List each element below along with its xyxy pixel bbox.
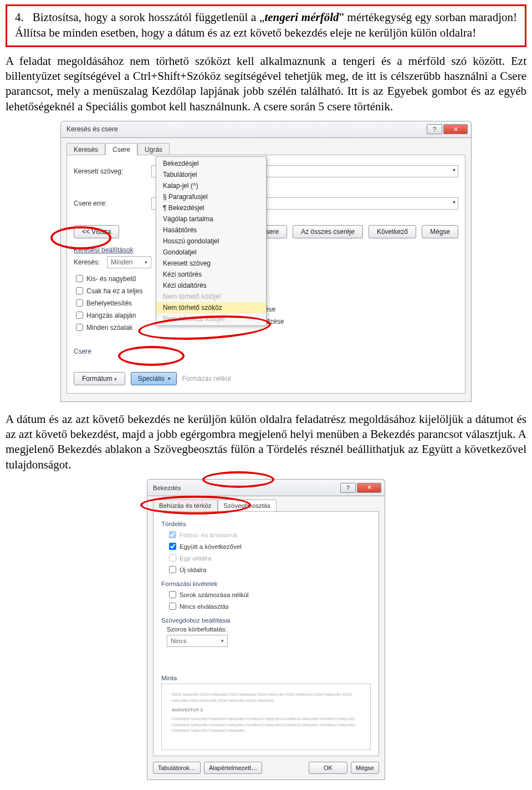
find-replace-dialog: Keresés és csere ? ✕ Keresés Csere Ugrás… bbox=[60, 121, 472, 402]
task-box: 4. Biztosítsa, hogy a sorok hosszától fü… bbox=[6, 4, 526, 47]
search-scope-value: Minden bbox=[111, 258, 132, 266]
close-button[interactable]: ✕ bbox=[357, 483, 381, 493]
default-button[interactable]: Alapértelmezett… bbox=[204, 762, 262, 774]
dialog-tabs: Keresés Csere Ugrás bbox=[66, 143, 466, 155]
checkbox[interactable] bbox=[169, 591, 176, 598]
checkbox[interactable] bbox=[76, 299, 83, 307]
checkbox[interactable] bbox=[169, 566, 176, 573]
preview-group: Minta bbox=[161, 675, 371, 681]
help-button[interactable]: ? bbox=[340, 483, 356, 493]
dialog-body: Keresés Csere Ugrás Bekezdésjel Tabuláto… bbox=[60, 137, 472, 402]
chevron-down-icon: ▾ bbox=[145, 259, 147, 265]
opt-case[interactable]: Kis- és nagybetű bbox=[74, 273, 142, 284]
replace-label: Csere erre: bbox=[74, 200, 151, 207]
dialog-pane: Tördelés Fattyú- és árvasorok Együtt a k… bbox=[153, 511, 379, 756]
opt-keep-with-next[interactable]: Együtt a következővel bbox=[167, 541, 371, 552]
noformat-label: Formázás nélkül bbox=[182, 375, 231, 383]
dialog-title: Bekezdés bbox=[153, 485, 339, 491]
opt-wildcards[interactable]: Behelyettesítés bbox=[74, 298, 142, 308]
dialog-pane: Bekezdésjel Tabulátorjel Kalap-jel (^) §… bbox=[66, 155, 466, 394]
replace-all-button[interactable]: Az összes cseréje bbox=[293, 225, 363, 238]
special-menu-popup: Bekezdésjel Tabulátorjel Kalap-jel (^) §… bbox=[156, 156, 267, 326]
paragraph-dialog: Bekezdés ? ✕ Behúzás és térköz Szövegbeo… bbox=[147, 479, 385, 780]
tightwrap-label: Szoros körbefuttatás: bbox=[167, 626, 371, 633]
tab-replace[interactable]: Csere bbox=[105, 143, 137, 155]
opt-wholeword[interactable]: Csak ha ez a teljes bbox=[74, 286, 142, 296]
opt-pagebreak-before[interactable]: Új oldalra bbox=[167, 564, 371, 575]
menu-item[interactable]: Kézi oldaltörés bbox=[156, 280, 266, 291]
pagination-group: Tördelés bbox=[161, 521, 371, 527]
explanation-paragraph-1: A feladat megoldásához nem törhető szókö… bbox=[6, 54, 526, 114]
dialog-tabs: Behúzás és térköz Szövegbeosztás bbox=[153, 500, 379, 511]
task-italic: tengeri mérföld bbox=[264, 11, 339, 24]
preview-box: Előző bekezdés Előző bekezdés Előző beke… bbox=[161, 684, 371, 750]
checkbox[interactable] bbox=[76, 287, 83, 294]
checkbox[interactable] bbox=[169, 531, 176, 538]
task-text-before: Biztosítsa, hogy a sorok hosszától függe… bbox=[33, 11, 265, 24]
find-label: Keresett szöveg: bbox=[74, 167, 151, 175]
tab-textflow[interactable]: Szövegbeosztás bbox=[218, 500, 277, 511]
chevron-down-icon: ▾ bbox=[114, 376, 117, 382]
special-button[interactable]: Speciális ▾ bbox=[131, 372, 177, 385]
chevron-down-icon: ▾ bbox=[221, 638, 224, 644]
formatting-group: Formázási kivételek bbox=[161, 580, 371, 587]
next-button[interactable]: Következő bbox=[369, 225, 416, 238]
menu-item[interactable]: Nem törhető kötőjel bbox=[156, 291, 266, 302]
special-label: Speciális bbox=[138, 375, 165, 383]
tab-search[interactable]: Keresés bbox=[66, 143, 105, 155]
textbox-group: Szövegdoboz beállításai bbox=[161, 617, 371, 624]
tabs-button[interactable]: Tabulátorok… bbox=[153, 762, 201, 774]
opt-wordforms[interactable]: Minden szóalak bbox=[74, 322, 142, 333]
menu-item[interactable]: Nem kötelező kötőjel bbox=[156, 313, 266, 324]
checkbox[interactable] bbox=[169, 543, 176, 550]
checkbox[interactable] bbox=[76, 275, 83, 282]
dialog-titlebar[interactable]: Keresés és csere ? ✕ bbox=[60, 121, 472, 137]
checkbox[interactable] bbox=[76, 312, 83, 319]
tab-indent[interactable]: Behúzás és térköz bbox=[153, 500, 218, 511]
format-button[interactable]: Formátum▾ bbox=[74, 372, 125, 385]
dialog-title: Keresés és csere bbox=[66, 125, 426, 133]
help-button[interactable]: ? bbox=[427, 124, 442, 134]
checkbox[interactable] bbox=[169, 554, 176, 562]
cancel-button[interactable]: Mégse bbox=[422, 225, 458, 238]
ok-button[interactable]: OK bbox=[309, 762, 347, 774]
menu-item[interactable]: Bekezdésjel bbox=[156, 158, 266, 169]
menu-item[interactable]: Tabulátorjel bbox=[156, 169, 266, 180]
cancel-button[interactable]: Mégse bbox=[351, 762, 379, 774]
menu-item[interactable]: Gondolatjel bbox=[156, 247, 266, 258]
tightwrap-value: Nincs bbox=[171, 638, 187, 644]
opt-keep-together[interactable]: Egy oldalra bbox=[167, 553, 371, 563]
search-scope-dropdown[interactable]: Minden ▾ bbox=[107, 256, 151, 268]
dialog-body: Behúzás és térköz Szövegbeosztás Tördelé… bbox=[147, 496, 385, 780]
tightwrap-dropdown[interactable]: Nincs ▾ bbox=[167, 635, 228, 647]
menu-item[interactable]: Keresett szöveg bbox=[156, 258, 266, 269]
menu-item[interactable]: Hasábtörés bbox=[156, 225, 266, 236]
menu-item[interactable]: Kalap-jel (^) bbox=[156, 180, 266, 191]
opt-nolinenum[interactable]: Sorok számozása nélkül bbox=[167, 589, 371, 600]
task-number: 4. bbox=[15, 9, 29, 25]
menu-item[interactable]: § Paragrafusjel bbox=[156, 191, 266, 202]
tab-goto[interactable]: Ugrás bbox=[137, 143, 170, 155]
opt-soundslike[interactable]: Hangzás alapján bbox=[74, 310, 142, 320]
opt-nohyphen[interactable]: Nincs elválasztás bbox=[167, 601, 371, 611]
chevron-down-icon: ▾ bbox=[168, 376, 171, 381]
search-direction-label: Keresés: bbox=[74, 258, 107, 266]
menu-item[interactable]: Vágólap tartalma bbox=[156, 213, 266, 225]
menu-item[interactable]: Kézi sortörés bbox=[156, 269, 266, 280]
back-button[interactable]: << Vissza bbox=[74, 225, 119, 238]
checkbox[interactable] bbox=[76, 324, 83, 331]
dialog-titlebar[interactable]: Bekezdés ? ✕ bbox=[147, 479, 385, 496]
checkbox[interactable] bbox=[169, 603, 176, 610]
explanation-paragraph-2: A dátum és az azt követő bekezdés ne ker… bbox=[6, 412, 526, 472]
menu-item[interactable]: ¶ Bekezdésjel bbox=[156, 202, 266, 213]
menu-item-nonbreaking-space[interactable]: Nem törhető szóköz bbox=[156, 302, 266, 313]
opt-widow[interactable]: Fattyú- és árvasorok bbox=[167, 529, 371, 540]
left-options: Kis- és nagybetű Csak ha ez a teljes Beh… bbox=[74, 272, 142, 334]
preview-caption: AUGUSZTUS 3. bbox=[172, 707, 360, 713]
replace-group-title: Csere bbox=[74, 348, 458, 355]
close-button[interactable]: ✕ bbox=[443, 124, 468, 134]
menu-item[interactable]: Hosszú gondolatjel bbox=[156, 236, 266, 247]
